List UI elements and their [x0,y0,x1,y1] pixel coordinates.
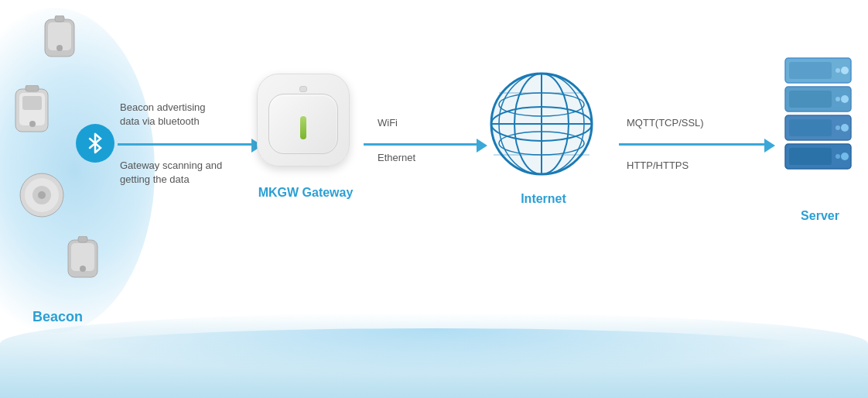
svg-point-40 [836,68,840,73]
internet-label: Internet [484,192,603,206]
wifi-label: WiFi [378,116,398,130]
svg-rect-35 [789,119,832,136]
beacon-device-3 [17,170,67,224]
ethernet-label: Ethernet [378,151,415,165]
svg-rect-8 [26,85,39,91]
svg-rect-38 [789,148,832,165]
server-container [781,54,855,197]
mqtt-label: MQTT(TCP/SSL) [627,116,704,130]
gateway-led [300,116,306,139]
svg-point-2 [56,45,63,51]
svg-point-15 [80,266,86,272]
svg-rect-3 [55,15,64,22]
arrow-internet-to-server [619,143,766,146]
svg-point-33 [841,95,849,103]
beacon-device-4 [62,236,104,290]
svg-rect-32 [789,91,832,108]
svg-rect-16 [78,236,87,242]
beacon-label: Beacon [32,309,83,325]
gateway-label: MKGW Gateway [232,186,379,200]
bluetooth-icon [76,124,114,163]
bluetooth-label-1: Beacon advertising data via bluetooth [120,101,206,129]
svg-point-7 [29,121,36,127]
svg-point-43 [836,154,840,159]
arrow-gateway-to-internet [364,143,478,146]
svg-point-30 [841,67,849,74]
gateway-scan-label: Gateway scanning and getting the data [120,159,222,187]
arrow-beacon-to-gateway [118,143,253,146]
svg-point-42 [836,125,840,130]
svg-rect-6 [22,96,42,110]
beacon-device-2 [12,85,54,142]
bottom-curve-bg [0,313,868,398]
beacon-device-1 [39,15,81,69]
svg-point-36 [841,124,849,132]
svg-point-12 [38,191,46,199]
gateway-device-container [257,74,350,166]
svg-rect-29 [789,62,832,79]
http-label: HTTP/HTTPS [627,159,689,173]
server-label: Server [774,209,866,223]
svg-point-39 [841,153,849,160]
svg-point-41 [836,97,840,101]
internet-globe [487,70,596,181]
gateway-body [257,74,350,166]
